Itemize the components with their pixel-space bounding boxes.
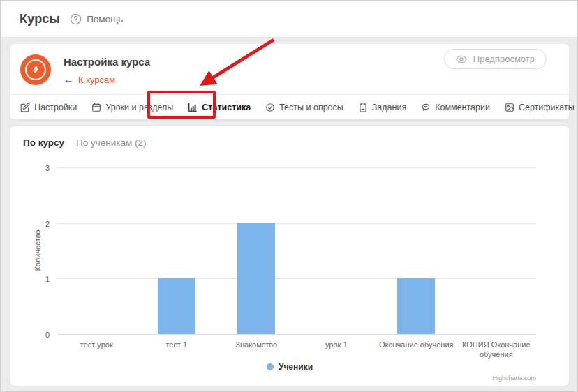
gridline-y0: [57, 334, 536, 335]
x-axis-label: тест 1: [137, 340, 217, 349]
eye-icon: [456, 54, 467, 65]
stats-tab-bar: По курсу По ученикам (2): [10, 126, 569, 148]
tab-certificates[interactable]: Сертификаты: [505, 103, 575, 112]
legend-item-students[interactable]: Ученики: [10, 362, 569, 372]
edit-icon: [20, 103, 30, 112]
tab-assignments[interactable]: Задания: [358, 103, 406, 112]
tab-label: Комментарии: [435, 103, 490, 112]
y-axis-tick: 1: [22, 275, 50, 283]
page-title: Курсы: [20, 12, 60, 27]
y-axis-tick: 3: [22, 164, 50, 172]
image-icon: [505, 103, 514, 112]
gridline-y2: [57, 223, 536, 224]
course-tab-bar: Настройки Уроки и разделы Статистика: [10, 94, 569, 119]
statistics-card: По курсу По ученикам (2) Количество Учен…: [10, 126, 569, 386]
comments-icon: [421, 103, 431, 112]
tab-statistics[interactable]: Статистика: [188, 103, 251, 112]
stats-tab-by-course[interactable]: По курсу: [23, 137, 64, 148]
stats-tab-by-students[interactable]: По ученикам (2): [76, 137, 147, 148]
tab-label: Тесты и опросы: [279, 103, 343, 112]
bar-chart-icon: [188, 103, 198, 112]
clipboard-icon: [358, 103, 368, 112]
highcharts-credits-link[interactable]: Highcharts.com: [492, 375, 536, 382]
help-label: Помощь: [87, 14, 123, 24]
leaf-icon: [25, 59, 46, 80]
tab-label: Уроки и разделы: [105, 103, 173, 112]
x-axis-label: Окончание обучения: [376, 340, 457, 349]
back-link-label: К курсам: [78, 75, 115, 85]
chart-bar[interactable]: [237, 223, 275, 334]
x-axis-label: урок 1: [297, 340, 377, 349]
chart-bar[interactable]: [397, 278, 435, 334]
y-axis-tick: 0: [22, 331, 50, 339]
x-axis-label: тест урок: [57, 340, 137, 349]
tab-settings[interactable]: Настройки: [20, 103, 77, 112]
tab-label: Сертификаты: [519, 103, 575, 112]
help-button[interactable]: Помощь: [70, 13, 123, 25]
question-circle-icon: [70, 13, 82, 25]
course-info: Настройка курса ←К курсам: [64, 54, 150, 94]
x-axis-label: Знакомство: [216, 340, 297, 349]
course-logo: [20, 54, 51, 85]
tab-tests[interactable]: Тесты и опросы: [265, 103, 343, 112]
check-circle-icon: [265, 103, 275, 112]
tab-label: Задания: [372, 103, 406, 112]
tab-comments[interactable]: Комментарии: [421, 103, 490, 112]
y-axis-title: Количество: [34, 229, 42, 271]
legend-marker: [267, 363, 274, 370]
tab-lessons[interactable]: Уроки и разделы: [91, 103, 173, 112]
app-window: Курсы Помощь Настройка курса: [0, 0, 578, 392]
course-header: Настройка курса ←К курсам Предпросмотр: [10, 44, 569, 94]
back-to-courses-link[interactable]: ←К курсам: [64, 73, 150, 85]
course-settings-card: Настройка курса ←К курсам Предпросмотр: [10, 44, 569, 119]
y-axis-tick: 2: [22, 220, 50, 228]
tab-label: Статистика: [202, 103, 251, 112]
left-arrow-icon: ←: [64, 73, 74, 85]
top-bar: Курсы Помощь: [1, 1, 577, 38]
bar-chart: Количество Ученики Highcharts.com 3210те…: [10, 158, 569, 386]
preview-button[interactable]: Предпросмотр: [444, 49, 547, 69]
course-title: Настройка курса: [64, 56, 150, 68]
legend-label: Ученики: [279, 362, 313, 372]
preview-button-label: Предпросмотр: [473, 54, 535, 64]
gridline-y3: [57, 167, 536, 168]
tab-label: Настройки: [34, 103, 77, 112]
gridline-y1: [57, 278, 536, 279]
x-axis-label: КОПИЯ Окончание обучения: [457, 340, 537, 359]
chart-bar[interactable]: [158, 278, 195, 334]
calendar-icon: [91, 103, 101, 112]
